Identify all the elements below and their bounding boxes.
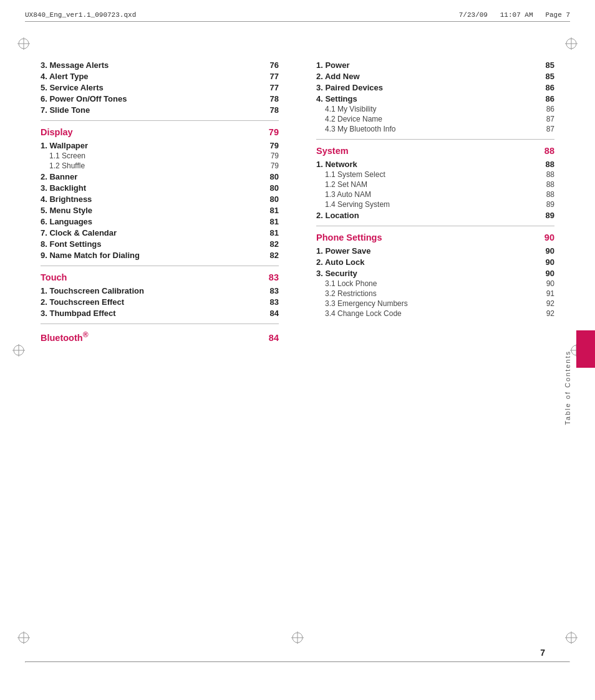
list-item: 1.1 Screen 79 (41, 151, 279, 161)
list-item: 4. Settings 86 (316, 93, 554, 104)
list-item: 7. Slide Tone 78 (41, 104, 279, 115)
list-item: 1. Network 88 (316, 158, 554, 170)
list-item: 3. Thumbpad Effect 84 (41, 307, 279, 319)
reg-mark-bottom-left (17, 631, 30, 644)
list-item: 1.2 Set NAM 88 (316, 180, 554, 189)
list-item: 6. Power On/Off Tones 78 (41, 93, 279, 104)
list-item: 1. Wallpaper 79 (41, 140, 279, 151)
list-item: 2. Add New 85 (316, 70, 554, 82)
section-display: Display 79 1. Wallpaper 79 1.1 Screen 79… (41, 127, 279, 261)
list-item: 3. Security 90 (316, 267, 554, 279)
list-item: 9. Name Match for Dialing 82 (41, 249, 279, 261)
reg-mark-top-right (565, 37, 578, 50)
reg-mark-top-left (17, 37, 30, 50)
list-item: 4.1 My Visibility 86 (316, 104, 554, 114)
section-system: System 88 1. Network 88 1.1 System Selec… (316, 146, 554, 221)
list-item: 2. Touchscreen Effect 83 (41, 296, 279, 307)
list-item: 2. Location 89 (316, 209, 554, 221)
bluetooth-items: 1. Power 85 2. Add New 85 3. Paired Devi… (316, 59, 554, 134)
page-header: UX840_Eng_ver1.1_090723.qxd 7/23/09 11:0… (25, 11, 570, 22)
list-item: 1.1 System Select 88 (316, 170, 554, 180)
list-item: 4. Brightness 80 (41, 193, 279, 204)
header-meta: 7/23/09 11:07 AM Page 7 (459, 11, 570, 19)
section-title-touch: Touch 83 (41, 272, 279, 282)
vertical-label-container: Table of Contents (559, 125, 571, 575)
reg-mark-center-left (12, 344, 25, 357)
list-item: 3. Message Alerts 76 (41, 59, 279, 70)
section-divider-bluetooth (41, 324, 279, 324)
pink-tab (576, 330, 595, 368)
section-divider-system (316, 139, 554, 140)
list-item: 3.4 Change Lock Code 92 (316, 309, 554, 319)
list-item: 3. Paired Devices 86 (316, 82, 554, 93)
continuing-items: 3. Message Alerts 76 4. Alert Type 77 5.… (41, 59, 279, 115)
list-item: 7. Clock & Calendar 81 (41, 227, 279, 238)
section-divider-phone (316, 226, 554, 226)
section-phone-settings: Phone Settings 90 1. Power Save 90 2. Au… (316, 233, 554, 319)
list-item: 1. Power 85 (316, 59, 554, 70)
header-filename: UX840_Eng_ver1.1_090723.qxd (25, 11, 136, 19)
list-item: 1.4 Serving System 89 (316, 199, 554, 209)
list-item: 2. Banner 80 (41, 171, 279, 182)
list-item: 6. Languages 81 (41, 216, 279, 227)
reg-mark-bottom-right (565, 631, 578, 644)
section-title-system: System 88 (316, 146, 554, 156)
list-item: 3.1 Lock Phone 90 (316, 279, 554, 289)
section-title-display: Display 79 (41, 127, 279, 137)
vertical-label: Table of Contents (564, 350, 571, 425)
list-item: 3. Backlight 80 (41, 182, 279, 193)
list-item: 5. Menu Style 81 (41, 204, 279, 216)
section-title-phone-settings: Phone Settings 90 (316, 233, 554, 242)
section-divider-display (41, 120, 279, 121)
main-content: 3. Message Alerts 76 4. Alert Type 77 5.… (41, 59, 554, 638)
left-column: 3. Message Alerts 76 4. Alert Type 77 5.… (41, 59, 288, 638)
list-item: 4. Alert Type 77 (41, 70, 279, 82)
list-item: 1.2 Shuffle 79 (41, 161, 279, 171)
list-item: 1. Power Save 90 (316, 245, 554, 256)
right-column: 1. Power 85 2. Add New 85 3. Paired Devi… (307, 59, 554, 638)
list-item: 1.3 Auto NAM 88 (316, 189, 554, 199)
list-item: 4.2 Device Name 87 (316, 114, 554, 124)
section-divider-touch (41, 266, 279, 266)
list-item: 1. Touchscreen Calibration 83 (41, 285, 279, 296)
list-item: 5. Service Alerts 77 (41, 82, 279, 93)
page-number: 7 (540, 648, 545, 658)
section-bluetooth: Bluetooth® 84 (41, 330, 279, 343)
list-item: 3.2 Restrictions 91 (316, 289, 554, 299)
list-item: 8. Font Settings 82 (41, 238, 279, 249)
bottom-line (25, 661, 570, 663)
section-title-bluetooth: Bluetooth® 84 (41, 330, 279, 343)
list-item: 4.3 My Bluetooth Info 87 (316, 124, 554, 134)
list-item: 3.3 Emergency Numbers 92 (316, 299, 554, 309)
list-item: 2. Auto Lock 90 (316, 256, 554, 267)
section-touch: Touch 83 1. Touchscreen Calibration 83 2… (41, 272, 279, 319)
